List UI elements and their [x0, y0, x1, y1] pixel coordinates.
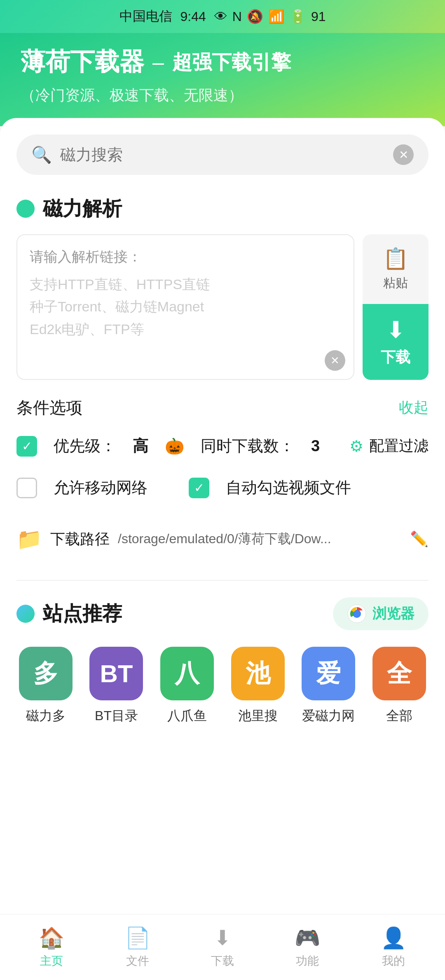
concurrent-emoji: 🎃 [165, 437, 184, 455]
nav-item-文件[interactable]: 📄文件 [108, 922, 167, 973]
paste-button[interactable]: 📋 粘贴 [363, 234, 429, 304]
site-icon-5: 全 [372, 647, 426, 700]
site-label-0: 磁力多 [26, 707, 66, 725]
parse-input-hint: 支持HTTP直链、HTTPS直链种子Torrent、磁力链MagnetEd2k电… [30, 273, 341, 340]
nav-icon-0: 🏠 [39, 926, 64, 950]
browser-label: 浏览器 [372, 604, 415, 623]
nav-item-主页[interactable]: 🏠主页 [22, 922, 81, 973]
paste-icon: 📋 [383, 247, 408, 271]
nav-icon-1: 📄 [125, 926, 150, 950]
eye-icon: 👁 [214, 9, 227, 24]
parse-buttons: 📋 粘贴 ⬇ 下载 [363, 234, 429, 380]
conditions-toggle-button[interactable]: 收起 [399, 398, 429, 418]
site-item-2[interactable]: 八八爪鱼 [160, 647, 214, 725]
priority-label: 优先级： [54, 436, 116, 457]
path-edit-icon[interactable]: ✏️ [410, 530, 429, 548]
auto-video-checkbox[interactable]: ✓ [189, 478, 209, 498]
time-label: 9:44 [180, 9, 206, 24]
conditions-title: 条件选项 [16, 396, 82, 419]
battery-level: 91 [311, 9, 326, 24]
auto-video-label: 自动勾选视频文件 [226, 477, 351, 498]
browser-button[interactable]: 浏览器 [333, 597, 429, 630]
site-label-4: 爱磁力网 [302, 707, 355, 725]
concurrent-label: 同时下载数： [201, 436, 295, 457]
nav-label-0: 主页 [40, 953, 63, 969]
header-dash: – [152, 50, 164, 74]
search-icon: 🔍 [31, 145, 52, 165]
site-item-4[interactable]: 爱爱磁力网 [302, 647, 355, 725]
parse-section-header: 磁力解析 [16, 196, 429, 222]
nav-label-1: 文件 [126, 953, 149, 969]
parse-clear-button[interactable]: ✕ [325, 350, 345, 371]
nav-label-4: 我的 [382, 953, 405, 969]
priority-value: 高 [133, 436, 148, 457]
nav-item-下载[interactable]: ⬇下载 [194, 922, 251, 973]
nav-icon-4: 👤 [381, 926, 406, 950]
config-filter-button[interactable]: ⚙ 配置过滤 [349, 436, 429, 456]
header-title: 薄荷下载器 – 超强下载引擎 [21, 45, 424, 79]
parse-dot [16, 200, 35, 218]
sites-grid: 多磁力多BTBT目录八八爪鱼池池里搜爱爱磁力网全全部 [16, 647, 429, 725]
signal-icon: 📶 [268, 9, 285, 24]
search-clear-button[interactable]: ✕ [393, 144, 414, 165]
site-icon-2: 八 [160, 647, 214, 700]
header-subtitle: （冷门资源、极速下载、无限速） [21, 85, 424, 106]
nav-item-功能[interactable]: 🎮功能 [278, 922, 337, 973]
site-icon-3: 池 [231, 647, 285, 700]
sites-title-area: 站点推荐 [16, 601, 122, 627]
sites-dot [16, 605, 35, 623]
site-icon-1: BT [89, 647, 143, 700]
site-item-3[interactable]: 池池里搜 [231, 647, 285, 725]
parse-input-label: 请输入解析链接： [30, 247, 341, 266]
config-filter-label: 配置过滤 [369, 436, 429, 456]
download-label: 下载 [381, 347, 410, 368]
site-label-5: 全部 [386, 707, 412, 725]
priority-row: ✓ 优先级： 高 🎃 同时下载数： 3 ⚙ 配置过滤 [16, 436, 429, 457]
site-label-1: BT目录 [95, 707, 138, 725]
parse-input-box[interactable]: 请输入解析链接： 支持HTTP直链、HTTPS直链种子Torrent、磁力链Ma… [16, 234, 354, 380]
conditions-header: 条件选项 收起 [16, 396, 429, 419]
config-filter-icon: ⚙ [349, 437, 363, 455]
site-icon-0: 多 [19, 647, 73, 700]
status-bar-content: 中国电信 9:44 👁 N 🔕 📶 🔋 91 [119, 7, 326, 26]
search-input[interactable] [60, 146, 393, 164]
download-icon: ⬇ [386, 316, 405, 343]
site-item-1[interactable]: BTBT目录 [89, 647, 143, 725]
path-value: /storage/emulated/0/薄荷下载/Dow... [118, 530, 402, 548]
site-label-2: 八爪鱼 [167, 707, 207, 725]
site-item-0[interactable]: 多磁力多 [19, 647, 73, 725]
allow-mobile-checkbox[interactable] [16, 478, 37, 498]
mobile-video-row: 允许移动网络 ✓ 自动勾选视频文件 [16, 477, 429, 498]
nav-label-3: 功能 [296, 953, 319, 969]
nav-label-2: 下载 [211, 953, 234, 969]
status-bar: 中国电信 9:44 👁 N 🔕 📶 🔋 91 [0, 0, 445, 33]
sites-header: 站点推荐 浏览器 [16, 597, 429, 630]
sites-title: 站点推荐 [43, 601, 122, 627]
chrome-icon [347, 604, 367, 624]
folder-icon: 📁 [16, 527, 42, 551]
app-name: 薄荷下载器 [21, 45, 144, 79]
paste-label: 粘贴 [383, 275, 408, 292]
nav-item-我的[interactable]: 👤我的 [364, 922, 423, 973]
header-tagline: 超强下载引擎 [172, 49, 291, 75]
search-bar[interactable]: 🔍 ✕ [16, 134, 429, 175]
allow-mobile-label: 允许移动网络 [54, 477, 148, 498]
divider [16, 580, 429, 581]
priority-checkbox[interactable]: ✓ [16, 436, 37, 457]
battery-icon: 🔋 [290, 9, 306, 24]
nav-icon-2: ⬇ [214, 926, 231, 950]
concurrent-value: 3 [311, 437, 320, 455]
mute-icon: 🔕 [247, 9, 263, 24]
status-icons: 👁 N 🔕 📶 🔋 91 [214, 9, 326, 24]
site-item-5[interactable]: 全全部 [372, 647, 426, 725]
nav-icon-3: 🎮 [295, 926, 320, 950]
nfc-icon: N [232, 9, 242, 24]
download-button[interactable]: ⬇ 下载 [363, 304, 429, 380]
bottom-nav: 🏠主页📄文件⬇下载🎮功能👤我的 [0, 914, 445, 980]
parse-title: 磁力解析 [43, 196, 122, 222]
site-icon-4: 爱 [302, 647, 355, 700]
carrier-label: 中国电信 [119, 7, 172, 26]
path-label: 下载路径 [50, 529, 110, 549]
app-header: 薄荷下载器 – 超强下载引擎 （冷门资源、极速下载、无限速） [0, 33, 445, 126]
site-label-3: 池里搜 [238, 707, 278, 725]
